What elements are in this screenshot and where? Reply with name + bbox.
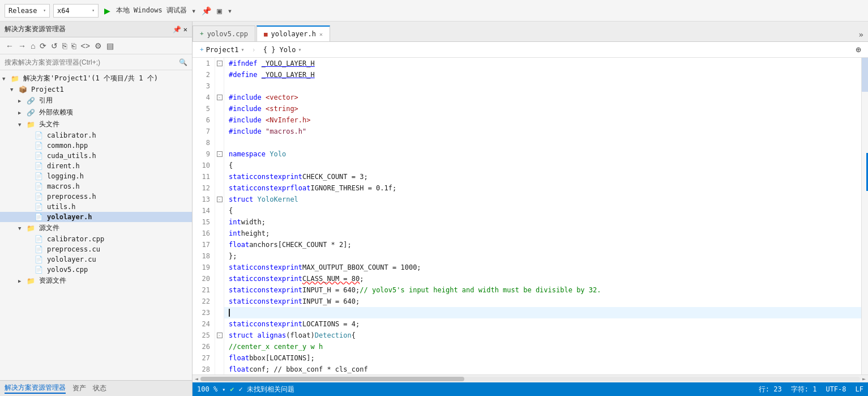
expand-arrow[interactable]: ▼ [10, 87, 17, 92]
sync-button[interactable]: ⟳ [39, 40, 48, 52]
expand-arrow[interactable]: ▼ [18, 225, 25, 231]
code-line[interactable]: }; [224, 250, 861, 262]
tree-item[interactable]: ▼📁解决方案'Project1'(1 个项目/共 1 个) [0, 73, 192, 84]
collapse-marker[interactable] [215, 273, 224, 284]
code-line[interactable]: #include <NvInfer.h> [224, 114, 861, 126]
code-line[interactable]: static constexpr int LOCATIONS = 4; [224, 318, 861, 330]
code-line[interactable]: #include <vector> [224, 92, 861, 103]
code-line[interactable]: namespace Yolo [224, 148, 861, 160]
collapse-marker[interactable] [215, 250, 224, 262]
platform-dropdown[interactable]: x64 ▾ [53, 4, 99, 18]
back-button[interactable]: ← [5, 40, 15, 52]
sidebar-tab-explorer[interactable]: 解决方案资源管理器 [5, 383, 66, 394]
filter-button[interactable]: ▤ [105, 40, 115, 52]
tab-yolov5cpp[interactable]: + yolov5.cpp [193, 25, 255, 41]
pin-icon[interactable]: 📌 [173, 25, 181, 33]
tree-item[interactable]: ▶🔗外部依赖项 [0, 107, 192, 118]
run-dropdown-arrow[interactable]: ▾ [190, 5, 197, 16]
search-input[interactable] [5, 58, 179, 66]
tree-item[interactable]: 📄calibrator.h [0, 130, 192, 140]
scrollbar-thumb[interactable] [200, 377, 464, 381]
tree-item[interactable]: 📄preprocess.cu [0, 244, 192, 254]
collapse-marker[interactable]: - [215, 58, 224, 69]
code-line[interactable]: { [224, 205, 861, 216]
scroll-left-arrow[interactable]: ◄ [195, 376, 198, 382]
tree-item[interactable]: ▼📁源文件 [0, 222, 192, 234]
collapse-marker[interactable] [215, 239, 224, 250]
code-button[interactable]: <> [79, 40, 91, 52]
collapse-marker[interactable] [215, 216, 224, 228]
horizontal-scrollbar[interactable]: ◄ ► [193, 374, 868, 382]
close-sidebar-icon[interactable]: ✕ [183, 25, 187, 33]
code-line[interactable]: static constexpr int MAX_OUTPUT_BBOX_COU… [224, 262, 861, 273]
collapse-marker[interactable] [215, 341, 224, 352]
collapse-marker[interactable] [215, 103, 224, 114]
collapse-marker[interactable]: - [215, 148, 224, 160]
collapse-marker[interactable] [215, 171, 224, 182]
collapse-marker[interactable] [215, 182, 224, 194]
settings-button[interactable]: ⚙ [93, 40, 103, 52]
home-button[interactable]: ⌂ [29, 40, 36, 52]
tree-item[interactable]: ▼📦Project1 [0, 84, 192, 95]
tree-item[interactable]: 📄calibrator.cpp [0, 234, 192, 244]
tree-item[interactable]: 📄dirent.h [0, 161, 192, 171]
tree-item[interactable]: 📄yolov5.cpp [0, 265, 192, 275]
tab-scroll-right[interactable]: » [854, 28, 868, 41]
collapse-marker[interactable] [215, 352, 224, 364]
code-line[interactable]: float conf; // bbox_conf * cls_conf [224, 364, 861, 374]
code-line[interactable]: float anchors[CHECK_COUNT * 2]; [224, 239, 861, 250]
refresh-button[interactable]: ↺ [50, 40, 59, 52]
tree-item[interactable]: 📄common.hpp [0, 140, 192, 151]
code-line[interactable] [224, 80, 861, 92]
nav-project-dropdown[interactable]: + Project1 ▾ [195, 44, 249, 56]
code-line[interactable]: static constexpr int INPUT_H = 640; // y… [224, 284, 861, 296]
collapse-marker[interactable] [215, 262, 224, 273]
code-line[interactable]: #define _YOLO_LAYER_H [224, 69, 861, 80]
collapse-marker[interactable] [215, 318, 224, 330]
code-line[interactable] [224, 307, 861, 318]
collapse-marker[interactable] [215, 69, 224, 80]
attach-icon[interactable]: 📌 [200, 5, 212, 16]
expand-arrow[interactable]: ▼ [18, 122, 25, 127]
collapse-marker[interactable] [215, 205, 224, 216]
collapse-marker[interactable] [215, 284, 224, 296]
copy2-button[interactable]: ⎗ [70, 40, 77, 52]
collapse-marker[interactable] [215, 364, 224, 374]
expand-arrow[interactable]: ▼ [2, 76, 9, 82]
config-dropdown[interactable]: Release ▾ [5, 4, 50, 18]
nav-add-icon[interactable]: ⊕ [851, 44, 866, 55]
code-line[interactable]: int height; [224, 228, 861, 239]
tree-item[interactable]: 📄preprocess.h [0, 191, 192, 202]
collapse-marker[interactable]: - [215, 92, 224, 103]
collapse-marker[interactable] [215, 160, 224, 171]
collapse-marker[interactable] [215, 80, 224, 92]
nav-scope-dropdown[interactable]: { } Yolo ▾ [258, 44, 307, 56]
code-line[interactable]: struct alignas(float) Detection { [224, 330, 861, 341]
expand-arrow[interactable]: ▶ [18, 98, 25, 104]
tree-item[interactable]: 📄logging.h [0, 171, 192, 181]
tree-item[interactable]: 📄yololayer.h [0, 212, 192, 222]
window-icon[interactable]: ▣ [216, 5, 223, 16]
code-line[interactable]: #include <string> [224, 103, 861, 114]
code-line[interactable]: #ifndef _YOLO_LAYER_H [224, 58, 861, 69]
code-line[interactable]: float bbox[LOCATIONS]; [224, 352, 861, 364]
code-line[interactable]: static constexpr int INPUT_W = 640; [224, 296, 861, 307]
code-content[interactable]: #ifndef _YOLO_LAYER_H #define _YOLO_LAYE… [224, 58, 861, 374]
code-line[interactable]: static constexpr float IGNORE_THRESH = 0… [224, 182, 861, 194]
zoom-level[interactable]: 100 % [197, 385, 217, 393]
sidebar-tab-status[interactable]: 状态 [93, 384, 106, 393]
tree-item[interactable]: ▼📁头文件 [0, 118, 192, 130]
tree-item[interactable]: ▶🔗引用 [0, 95, 192, 107]
sidebar-tab-assets[interactable]: 资产 [72, 384, 86, 393]
code-line[interactable]: { [224, 160, 861, 171]
tree-item[interactable]: 📄yololayer.cu [0, 254, 192, 265]
tree-item[interactable]: 📄macros.h [0, 181, 192, 191]
tab-yololayerh[interactable]: ■ yololayer.h ✕ [256, 25, 330, 41]
code-line[interactable]: //center_x center_y w h [224, 341, 861, 352]
scrollbar-track[interactable] [200, 377, 860, 381]
code-line[interactable]: int width; [224, 216, 861, 228]
scroll-right-arrow[interactable]: ► [862, 376, 866, 382]
tree-item[interactable]: 📄cuda_utils.h [0, 151, 192, 161]
expand-arrow[interactable]: ▶ [18, 278, 25, 284]
copy-button[interactable]: ⎘ [61, 40, 68, 52]
